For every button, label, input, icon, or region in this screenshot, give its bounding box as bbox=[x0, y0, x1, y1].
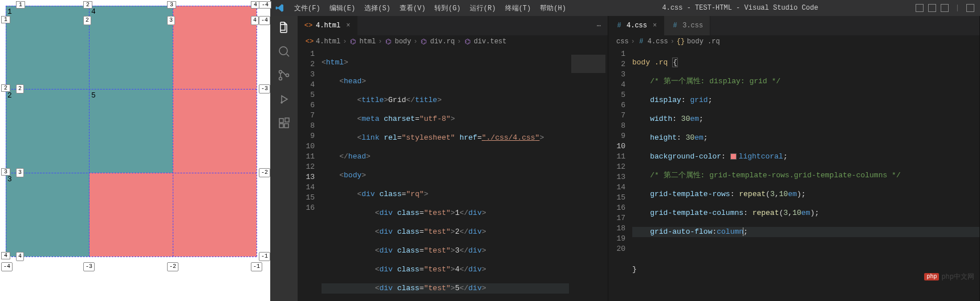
tab-bar: # 4.css × # 3.css bbox=[608, 16, 979, 35]
code-lines[interactable]: body .rq { /* 第一个属性: display: grid */ di… bbox=[632, 48, 979, 301]
gridline-tag-neg: -4 bbox=[1, 262, 13, 271]
gridline-tag: 4 bbox=[251, 16, 259, 25]
crumb[interactable]: html bbox=[359, 38, 376, 46]
menu-bar: 文件(F) 编辑(E) 选择(S) 查看(V) 转到(G) 运行(R) 终端(T… bbox=[290, 3, 571, 13]
run-debug-icon[interactable] bbox=[277, 92, 291, 106]
svg-rect-5 bbox=[279, 119, 283, 123]
css-file-icon: # bbox=[637, 38, 645, 46]
tab-label: 4.css bbox=[627, 22, 647, 30]
crumb[interactable]: body bbox=[395, 38, 411, 46]
crumb[interactable]: css bbox=[616, 38, 629, 46]
crumb[interactable]: 4.html bbox=[316, 38, 340, 46]
code-lines[interactable]: <html> <head> <title>Grid</title> <meta … bbox=[322, 48, 608, 301]
svg-point-3 bbox=[286, 74, 289, 77]
svg-point-0 bbox=[279, 47, 287, 55]
menu-select[interactable]: 选择(S) bbox=[360, 3, 395, 13]
grid-container bbox=[6, 6, 257, 257]
grid-cell bbox=[90, 6, 173, 90]
col-label: 1 bbox=[16, 1, 25, 9]
html-file-icon: <> bbox=[304, 22, 312, 30]
layout-controls: | bbox=[910, 4, 980, 12]
grid-cell bbox=[6, 90, 90, 173]
css-file-icon: # bbox=[671, 22, 679, 30]
extensions-icon[interactable] bbox=[277, 116, 291, 130]
gridline-tag: 2 bbox=[83, 16, 91, 25]
symbol-icon: ⌬ bbox=[384, 38, 392, 46]
grid-cell bbox=[6, 6, 90, 90]
source-control-icon[interactable] bbox=[277, 68, 291, 82]
svg-rect-6 bbox=[279, 124, 283, 128]
minimap[interactable] bbox=[569, 48, 608, 301]
tab-4-css[interactable]: # 4.css × bbox=[608, 16, 664, 35]
gridline-tag-neg: -3 bbox=[259, 84, 270, 93]
gridline-tag-neg: -2 bbox=[259, 168, 270, 177]
gridline-tag-neg: -4 bbox=[259, 16, 270, 25]
menu-edit[interactable]: 编辑(E) bbox=[325, 3, 360, 13]
col-label: 3 bbox=[167, 1, 176, 9]
editor-group-right: # 4.css × # 3.css css› # 4.css› {} body … bbox=[608, 16, 980, 301]
line-gutter: 1234567891011121314151617181920 bbox=[608, 48, 632, 301]
watermark: php php中文网 bbox=[924, 272, 974, 282]
crumb[interactable]: div.rq bbox=[430, 38, 454, 46]
browser-grid-preview: 1 2 3 4 5 1 2 3 4 -4 1 2 3 4 2 3 4 2 3 4… bbox=[0, 0, 270, 301]
window-title: 4.css - TEST-HTML - Visual Studio Code bbox=[571, 4, 910, 12]
search-icon[interactable] bbox=[277, 44, 291, 58]
grid-cell bbox=[90, 90, 173, 173]
html-file-icon: <> bbox=[306, 38, 314, 46]
vscode-window: 文件(F) 编辑(E) 选择(S) 查看(V) 转到(G) 运行(R) 终端(T… bbox=[270, 0, 980, 301]
editor-area[interactable]: 1234567891011121314151617181920 body .rq… bbox=[608, 48, 979, 301]
explorer-icon[interactable] bbox=[277, 21, 291, 34]
grid-cell bbox=[6, 173, 90, 257]
crumb[interactable]: div.test bbox=[474, 38, 507, 46]
svg-rect-8 bbox=[285, 118, 289, 122]
gridline-tag-neg: -3 bbox=[83, 262, 95, 271]
color-swatch bbox=[730, 153, 737, 160]
layout-toggle-icon[interactable] bbox=[928, 4, 936, 12]
row-label: 2 bbox=[1, 84, 10, 92]
title-bar: 文件(F) 编辑(E) 选择(S) 查看(V) 转到(G) 运行(R) 终端(T… bbox=[270, 0, 980, 16]
crumb[interactable]: 4.css bbox=[648, 38, 668, 46]
svg-point-2 bbox=[279, 78, 282, 80]
tab-label: 4.html bbox=[316, 22, 340, 30]
symbol-icon: ⌬ bbox=[349, 38, 357, 46]
editor-group-left: <> 4.html × ⋯ <> 4.html› ⌬ html› ⌬ body›… bbox=[298, 16, 608, 301]
row-label: 1 bbox=[1, 16, 10, 23]
cell-number: 2 bbox=[7, 91, 12, 100]
layout-customize-icon[interactable] bbox=[966, 4, 974, 12]
vscode-logo-icon bbox=[270, 3, 290, 13]
line-gutter: 12345678910111213141516 bbox=[298, 48, 322, 301]
tab-3-css[interactable]: # 3.css bbox=[664, 16, 710, 35]
tab-label: 3.css bbox=[682, 22, 703, 30]
gridline-tag: 2 bbox=[16, 84, 24, 93]
tab-bar: <> 4.html × ⋯ bbox=[298, 16, 608, 35]
breadcrumb[interactable]: css› # 4.css› {} body .rq bbox=[608, 35, 979, 48]
cell-number: 4 bbox=[91, 7, 96, 16]
gridline-tag-neg: -1 bbox=[259, 252, 270, 261]
editor-actions[interactable]: ⋯ bbox=[590, 16, 608, 35]
svg-point-1 bbox=[279, 71, 282, 74]
menu-file[interactable]: 文件(F) bbox=[290, 3, 325, 13]
activity-bar bbox=[270, 16, 298, 301]
col-label-neg: -4 bbox=[259, 1, 271, 9]
layout-toggle-icon[interactable] bbox=[941, 4, 949, 12]
editor-area[interactable]: 12345678910111213141516 <html> <head> <t… bbox=[298, 48, 608, 301]
css-file-icon: # bbox=[615, 22, 623, 30]
row-label: 4 bbox=[1, 252, 10, 259]
crumb[interactable]: body .rq bbox=[687, 38, 720, 46]
menu-terminal[interactable]: 终端(T) bbox=[501, 3, 536, 13]
cell-number: 1 bbox=[7, 7, 12, 16]
symbol-icon: ⌬ bbox=[463, 38, 471, 46]
svg-rect-7 bbox=[284, 124, 288, 128]
menu-run[interactable]: 运行(R) bbox=[465, 3, 501, 13]
layout-toggle-icon[interactable] bbox=[916, 4, 924, 12]
menu-help[interactable]: 帮助(H) bbox=[535, 3, 571, 13]
cell-number: 3 bbox=[7, 175, 12, 184]
gridline-tag: 3 bbox=[167, 16, 175, 25]
breadcrumb[interactable]: <> 4.html› ⌬ html› ⌬ body› ⌬ div.rq› ⌬ d… bbox=[298, 35, 608, 48]
menu-view[interactable]: 查看(V) bbox=[395, 3, 430, 13]
tab-4-html[interactable]: <> 4.html × bbox=[298, 16, 357, 35]
symbol-icon: ⌬ bbox=[420, 38, 428, 46]
close-icon[interactable]: × bbox=[346, 22, 350, 30]
menu-go[interactable]: 转到(G) bbox=[430, 3, 465, 13]
close-icon[interactable]: × bbox=[653, 22, 657, 30]
